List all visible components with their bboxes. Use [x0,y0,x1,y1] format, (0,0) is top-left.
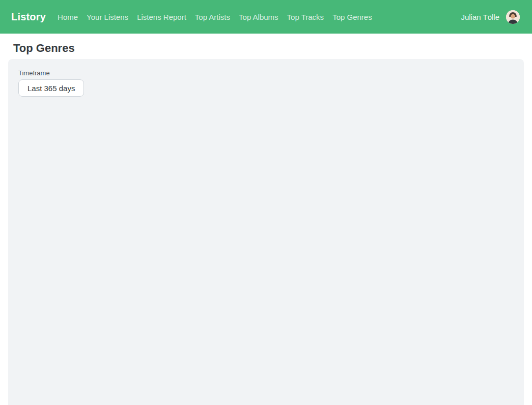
user-avatar-icon[interactable] [506,10,520,24]
nav-item-top-genres[interactable]: Top Genres [332,13,372,21]
nav-item-listens-report[interactable]: Listens Report [137,13,186,21]
main-nav: Home Your Listens Listens Report Top Art… [58,13,372,21]
timeframe-label: Timeframe [18,69,514,77]
top-nav: Listory Home Your Listens Listens Report… [0,0,532,34]
user-name: Julian Tölle [461,13,499,21]
user-menu[interactable]: Julian Tölle [461,10,520,24]
nav-item-top-artists[interactable]: Top Artists [195,13,230,21]
page-title: Top Genres [13,42,524,54]
main-content: Top Genres Timeframe Last 365 days [0,42,532,405]
app-logo[interactable]: Listory [11,11,46,23]
nav-item-top-tracks[interactable]: Top Tracks [287,13,324,21]
top-genres-card: Timeframe Last 365 days [8,59,524,405]
nav-item-your-listens[interactable]: Your Listens [87,13,128,21]
timeframe-select[interactable]: Last 365 days [18,79,84,97]
nav-item-top-albums[interactable]: Top Albums [239,13,278,21]
nav-item-home[interactable]: Home [58,13,78,21]
